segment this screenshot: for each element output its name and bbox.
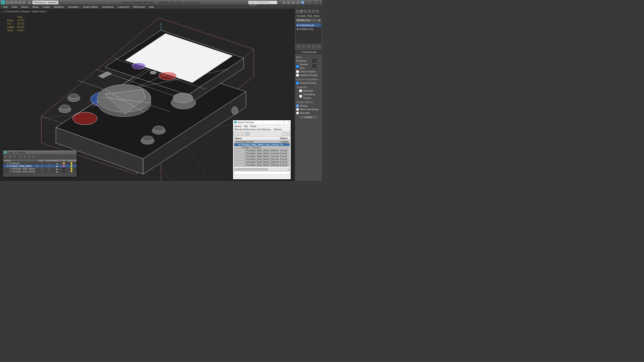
menu-maxscript[interactable]: MAXScript xyxy=(133,5,145,8)
tab-motion-icon[interactable] xyxy=(308,9,311,13)
render-iters-spinner[interactable] xyxy=(312,64,321,68)
menu-edit[interactable]: Edit xyxy=(3,5,8,8)
app-logo-icon[interactable] xyxy=(1,0,5,4)
redo-icon[interactable] xyxy=(22,1,26,4)
search-input[interactable]: Type a keyword or phrase xyxy=(248,1,277,4)
asset-menu-options[interactable]: Options xyxy=(273,128,282,131)
open-file-icon[interactable] xyxy=(10,1,14,4)
refresh-icon[interactable] xyxy=(234,132,238,136)
asset-row[interactable]: ▪ Portable_Watt_Meter_Diffuse.pngFound xyxy=(234,149,290,152)
highlight-icon[interactable] xyxy=(286,132,290,136)
col-freeze[interactable]: Freeze xyxy=(44,159,52,162)
asset-menu-paths[interactable]: Paths xyxy=(250,125,256,128)
tree-view-icon[interactable] xyxy=(238,132,242,136)
update-manually-radio[interactable]: Manually xyxy=(296,111,321,115)
favorite-icon[interactable] xyxy=(296,1,300,4)
add-to-layer-icon[interactable] xyxy=(13,155,16,158)
modifier-list-dropdown[interactable]: Modifier List▾ xyxy=(296,18,321,22)
menu-rendering[interactable]: Rendering xyxy=(102,5,114,8)
menu-graph-editors[interactable]: Graph Editors xyxy=(83,5,98,8)
asset-row[interactable]: ▪ Portable_Watt_Meter_Reflection.pngFoun… xyxy=(234,161,290,164)
link-icon[interactable] xyxy=(28,1,31,4)
asset-path-input[interactable] xyxy=(234,171,290,175)
explicit-normals-checkbox[interactable]: Explicit Normals xyxy=(296,73,321,77)
hide-unhide-icon[interactable] xyxy=(28,155,31,158)
smooth-result-checkbox[interactable]: Smooth Result xyxy=(296,81,321,85)
dialog-maximize-icon[interactable]: ☐ xyxy=(283,121,285,124)
asset-menu-file[interactable]: File xyxy=(244,125,248,128)
delete-layer-icon[interactable] xyxy=(8,155,12,158)
dialog-close-icon[interactable]: ✕ xyxy=(73,151,75,154)
asset-row[interactable]: ▾ Portable_Watt_Meter_max_vray.maxOk xyxy=(234,143,290,146)
dialog-minimize-icon[interactable]: — xyxy=(278,121,281,124)
new-file-icon[interactable] xyxy=(6,1,10,4)
rollout-title[interactable]: - TurboSmooth xyxy=(295,50,322,54)
menu-help[interactable]: Help xyxy=(149,5,154,8)
render-iters-checkbox[interactable]: Render Iters: xyxy=(296,62,312,70)
show-end-result-icon[interactable] xyxy=(302,45,305,48)
asset-row[interactable]: ▪ Portable_Watt_Meter_Glossiness.pngFoun… xyxy=(234,155,290,158)
tab-create-icon[interactable] xyxy=(296,9,299,13)
asset-dialog-titlebar[interactable]: Asset Tracking — ☐ ✕ xyxy=(233,120,291,124)
select-children-icon[interactable] xyxy=(23,155,26,158)
layer-row[interactable]: ▸ Portable_Watt_Meter☐——☁💡 xyxy=(3,165,76,167)
asset-menu-bitmap[interactable]: Bitmap Performance and Memory xyxy=(234,128,271,131)
col-layers[interactable]: Layers xyxy=(3,159,34,162)
undo-icon[interactable] xyxy=(18,1,22,4)
workspace-dropdown[interactable]: Workspace: Default▾ xyxy=(32,0,58,4)
maximize-icon[interactable]: ☐ xyxy=(311,0,315,3)
col-hide[interactable]: Hide xyxy=(38,159,44,162)
iterations-spinner[interactable] xyxy=(312,59,321,62)
help-icon[interactable]: ? xyxy=(301,1,304,4)
col-status[interactable]: Status xyxy=(279,137,290,140)
update-always-radio[interactable]: Always xyxy=(296,104,321,107)
col-color[interactable]: Color xyxy=(60,159,66,162)
menu-customize[interactable]: Customize xyxy=(118,5,129,8)
menu-modifiers[interactable]: Modifiers xyxy=(54,5,64,8)
dialog-help-icon[interactable]: ? xyxy=(70,151,71,154)
object-name-input[interactable] xyxy=(296,14,321,18)
menu-create[interactable]: Create xyxy=(42,5,50,8)
select-highlight-icon[interactable] xyxy=(18,155,22,158)
asset-menu-server[interactable]: Server xyxy=(234,125,242,128)
new-layer-icon[interactable] xyxy=(4,155,8,158)
smoothing-groups-checkbox[interactable]: Smoothing Groups xyxy=(296,92,321,100)
horizontal-scrollbar[interactable]: ◂▸ xyxy=(234,168,290,171)
menu-group[interactable]: Group xyxy=(21,5,28,8)
tab-utilities-icon[interactable] xyxy=(316,9,319,13)
asset-row[interactable]: ▾ Autodesk VaultLogged O xyxy=(234,140,290,143)
status-icon[interactable] xyxy=(282,132,286,136)
update-button[interactable]: Update xyxy=(298,115,318,119)
layer-list[interactable]: ▸ 0 (default)——☁💡▸ Portable_Watt_Meter☐—… xyxy=(3,162,77,173)
asset-row[interactable]: ▾ Maps / Shaders xyxy=(234,146,290,149)
layer-row[interactable]: ↳ Portable_Watt_Meter——☁💡 xyxy=(3,170,76,173)
menu-animation[interactable]: Animation xyxy=(68,5,79,8)
modifier-stack[interactable]: ◈TurboSmooth ■Editable Poly xyxy=(296,23,321,43)
freeze-unfreeze-icon[interactable] xyxy=(32,155,36,158)
asset-row[interactable]: ▪ Portable_Watt_Meter_Refraction.pngFoun… xyxy=(234,164,290,166)
close-icon[interactable]: ✕ xyxy=(317,0,321,3)
layer-row[interactable]: ▸ 0 (default)——☁💡 xyxy=(3,162,76,165)
materials-checkbox[interactable]: Materials xyxy=(296,89,321,92)
exchange-icon[interactable] xyxy=(292,1,295,4)
make-unique-icon[interactable] xyxy=(307,45,310,48)
remove-modifier-icon[interactable] xyxy=(312,45,315,48)
update-rendering-radio[interactable]: When Rendering xyxy=(296,107,321,111)
menu-tools[interactable]: Tools xyxy=(12,5,17,8)
isoline-checkbox[interactable]: Isoline Display xyxy=(296,70,321,73)
search-submit-icon[interactable] xyxy=(282,1,286,4)
layer-row[interactable]: ↳ Portable_Watt_Meter——☁💡 xyxy=(3,167,76,170)
list-view-icon[interactable] xyxy=(246,132,250,136)
col-name[interactable]: Name xyxy=(234,137,279,140)
asset-row[interactable]: ▪ Portable_Watt_Meter_Fresnel.pngFound xyxy=(234,152,290,155)
configure-sets-icon[interactable] xyxy=(317,45,320,48)
col-render[interactable]: Render xyxy=(52,159,60,162)
col-current[interactable] xyxy=(34,159,38,162)
tab-display-icon[interactable] xyxy=(312,9,315,13)
scrollbar-thumb[interactable] xyxy=(234,168,268,170)
layer-dialog-titlebar[interactable]: Layer: 0 (default) ? ✕ xyxy=(3,150,77,154)
modifier-turbosmooth[interactable]: ◈TurboSmooth xyxy=(296,23,321,27)
minimize-icon[interactable]: — xyxy=(306,0,309,3)
subscription-icon[interactable] xyxy=(287,1,290,4)
modifier-editable-poly[interactable]: ■Editable Poly xyxy=(296,27,321,31)
